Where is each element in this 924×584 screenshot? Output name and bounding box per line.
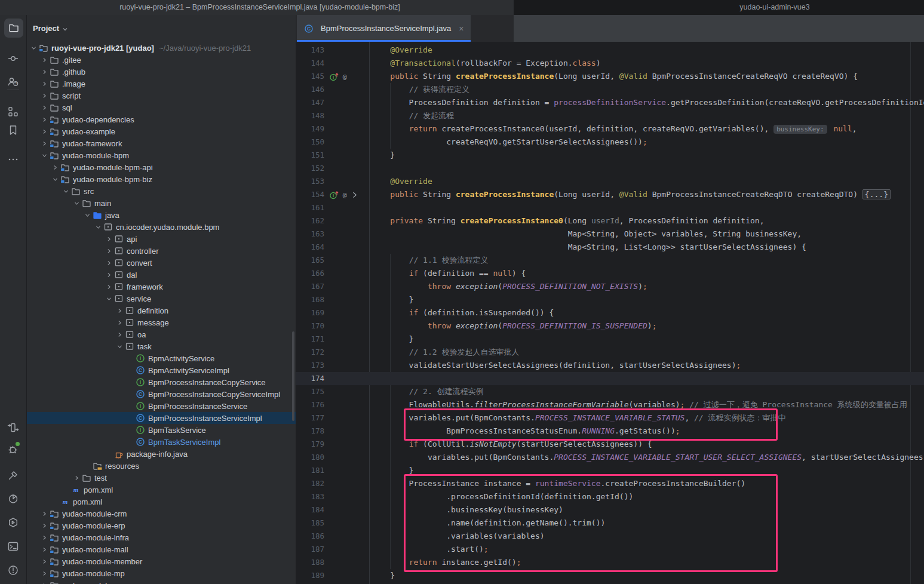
tree-item-controller[interactable]: controller [27, 245, 296, 257]
code-line-146[interactable]: 146 // 获得流程定义 [296, 83, 924, 96]
chevron-right-icon[interactable] [39, 580, 50, 584]
chevron-right-icon[interactable] [39, 557, 50, 566]
chevron-right-icon[interactable] [39, 533, 50, 542]
chevron-right-icon[interactable] [103, 270, 114, 279]
tree-item-yudao-module-bpm-biz[interactable]: yudao-module-bpm-biz [27, 173, 296, 185]
chevron-down-icon[interactable] [50, 174, 60, 184]
chevron-right-icon[interactable] [39, 568, 50, 578]
tree-item-yudao-example[interactable]: yudao-example [27, 125, 296, 137]
tree-item-dal[interactable]: dal [27, 269, 296, 281]
tree-item--gitee[interactable]: .gitee [27, 54, 296, 66]
code-line-188[interactable]: 188 return instance.getId(); [296, 556, 924, 569]
tree-item-bpmtaskservice[interactable]: IBpmTaskService [27, 424, 296, 436]
tree-item-bpmprocessinstanceserviceimpl[interactable]: CBpmProcessInstanceServiceImpl [27, 412, 296, 424]
code-line-173[interactable]: 173 validateStartUserSelectAssignees(def… [296, 359, 924, 372]
code-line-175[interactable]: 175 // 2. 创建流程实例 [296, 385, 924, 398]
tree-item-api[interactable]: api [27, 233, 296, 245]
code-line-154[interactable]: 154I@ public String createProcessInstanc… [296, 188, 924, 201]
code-line-180[interactable]: 180 variables.put(BpmConstants.PROCESS_I… [296, 451, 924, 464]
chevron-right-icon[interactable] [39, 509, 50, 518]
tree-item-bpmprocessinstanceservice[interactable]: IBpmProcessInstanceService [27, 400, 296, 412]
background-window-titlebar[interactable]: yudao-ui-admin-vue3 [514, 0, 924, 15]
code-line-164[interactable]: 164 Map<String, List<Long>> startUserSel… [296, 241, 924, 254]
tree-item-yudao-module-member[interactable]: yudao-module-member [27, 555, 296, 567]
code-line-182[interactable]: 182 ProcessInstance instance = runtimeSe… [296, 477, 924, 490]
tree-item-convert[interactable]: convert [27, 257, 296, 269]
chevron-right-icon[interactable] [103, 246, 114, 256]
profiler-icon[interactable] [7, 493, 19, 505]
code-line-172[interactable]: 172 // 1.2 校验发起人自选审批人 [296, 346, 924, 359]
code-line-177[interactable]: 177 variables.put(BpmConstants.PROCESS_I… [296, 411, 924, 425]
chevron-down-icon[interactable] [93, 222, 103, 232]
chevron-right-icon[interactable] [114, 306, 125, 315]
tree-item-src[interactable]: src [27, 185, 296, 197]
code-line-167[interactable]: 167 throw exception(PROCESS_DEFINITION_N… [296, 280, 924, 293]
chevron-right-icon[interactable] [39, 127, 50, 136]
chevron-down-icon[interactable] [28, 43, 39, 53]
tree-item-sql[interactable]: sql [27, 102, 296, 113]
code-line-145[interactable]: 145I@ public String createProcessInstanc… [296, 70, 924, 83]
tree-item-service[interactable]: service [27, 293, 296, 305]
problems-icon[interactable] [7, 564, 19, 576]
code-line-171[interactable]: 171 } [296, 333, 924, 346]
run-icon[interactable] [7, 422, 19, 434]
chevron-right-icon[interactable] [50, 162, 60, 172]
code-line-163[interactable]: 163 Map<String, Object> variables, Strin… [296, 228, 924, 241]
services-icon[interactable] [7, 517, 19, 528]
code-line-186[interactable]: 186 .variables(variables) [296, 530, 924, 543]
tree-item-yudao-module-bpm[interactable]: yudao-module-bpm [27, 149, 296, 161]
tree-item-oa[interactable]: oa [27, 328, 296, 340]
code-line-176[interactable]: 176 FlowableUtils.filterProcessInstanceF… [296, 398, 924, 411]
code-line-166[interactable]: 166 if (definition == null) { [296, 267, 924, 280]
project-tool-window-button[interactable] [4, 19, 23, 38]
tree-item-yudao-dependencies[interactable]: yudao-dependencies [27, 113, 296, 125]
folded-code-placeholder[interactable]: {...} [862, 189, 891, 199]
tree-item-bpmprocessinstancecopyservice[interactable]: IBpmProcessInstanceCopyService [27, 376, 296, 388]
tree-item-main[interactable]: main [27, 197, 296, 209]
code-line-168[interactable]: 168 } [296, 293, 924, 306]
chevron-right-icon[interactable] [39, 103, 50, 112]
code-line-178[interactable]: 178 BpmProcessInstanceStatusEnum.RUNNING… [296, 425, 924, 438]
chevron-right-icon[interactable] [39, 115, 50, 124]
chevron-down-icon[interactable] [82, 210, 93, 220]
tree-item-bpmtaskserviceimpl[interactable]: CBpmTaskServiceImpl [27, 436, 296, 448]
code-line-183[interactable]: 183 .processDefinitionId(definition.getI… [296, 490, 924, 503]
code-line-144[interactable]: 144 @Transactional(rollbackFor = Excepti… [296, 57, 924, 70]
tree-item-yudao-module-infra[interactable]: yudao-module-infra [27, 531, 296, 543]
terminal-icon[interactable] [7, 540, 19, 552]
tree-item-yudao-module-pay[interactable]: yudao-module-pay [27, 579, 296, 584]
tree-item-task[interactable]: task [27, 340, 296, 352]
chevron-right-icon[interactable] [39, 545, 50, 554]
chevron-down-icon[interactable] [114, 342, 125, 351]
code-line-143[interactable]: 143 @Override [296, 44, 924, 57]
code-line-170[interactable]: 170 throw exception(PROCESS_DEFINITION_I… [296, 319, 924, 333]
chevron-right-icon[interactable] [114, 318, 125, 327]
code-line-185[interactable]: 185 .name(definition.getName().trim()) [296, 517, 924, 530]
tree-item-script[interactable]: script [27, 90, 296, 102]
code-line-162[interactable]: 162 private String createProcessInstance… [296, 214, 924, 228]
fold-chevron-icon[interactable] [351, 190, 359, 199]
tab-bpmprocessinstanceserviceimpl[interactable]: C BpmProcessInstanceServiceImpl.java × [297, 15, 471, 42]
chevron-right-icon[interactable] [103, 258, 114, 268]
chevron-right-icon[interactable] [39, 55, 50, 64]
code-line-179[interactable]: 179 if (CollUtil.isNotEmpty(startUserSel… [296, 438, 924, 451]
tree-item-yudao-module-mp[interactable]: yudao-module-mp [27, 567, 296, 579]
code-line-153[interactable]: 153 @Override [296, 175, 924, 188]
tree-item-yudao-module-erp[interactable]: yudao-module-erp [27, 520, 296, 531]
code-line-161[interactable]: 161 [296, 201, 924, 214]
chevron-down-icon[interactable] [103, 294, 114, 303]
tree-item-resources[interactable]: resources [27, 460, 296, 472]
chevron-right-icon[interactable] [39, 79, 50, 88]
chevron-down-icon[interactable] [60, 186, 71, 196]
tree-item-package-info-java[interactable]: package-info.java [27, 448, 296, 460]
chevron-right-icon[interactable] [103, 234, 114, 244]
code-line-148[interactable]: 148 // 发起流程 [296, 109, 924, 122]
chevron-down-icon[interactable] [71, 198, 82, 208]
tree-item-test[interactable]: test [27, 472, 296, 484]
code-line-184[interactable]: 184 .businessKey(businessKey) [296, 503, 924, 517]
pull-requests-icon[interactable]: ? [7, 76, 19, 88]
tree-scrollbar-thumb[interactable] [292, 331, 294, 421]
commit-icon[interactable] [7, 53, 19, 64]
tree-item-yudao-module-crm[interactable]: yudao-module-crm [27, 508, 296, 520]
tree-item-bpmactivityserviceimpl[interactable]: CBpmActivityServiceImpl [27, 364, 296, 376]
